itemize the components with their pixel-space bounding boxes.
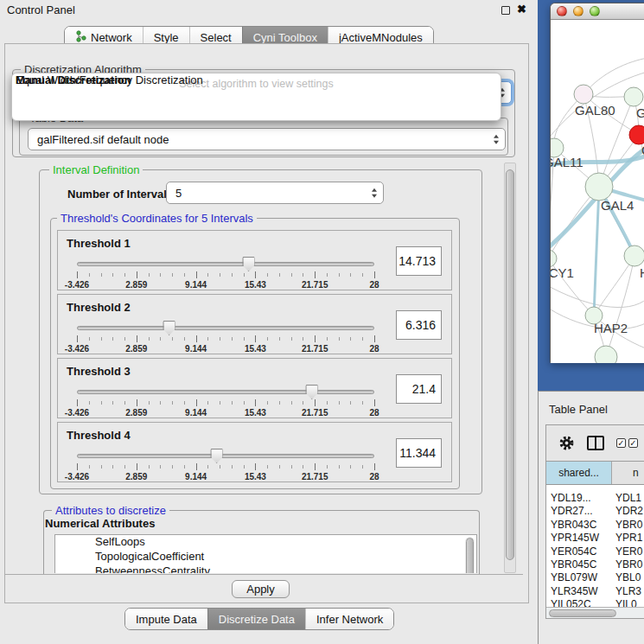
threshold-label: Threshold 2 (67, 301, 131, 314)
attribute-list-item[interactable]: TopologicalCoefficient (55, 550, 476, 564)
cell-name[interactable]: YDR2 (612, 505, 644, 518)
tab-bottom[interactable]: Impute Data (125, 609, 207, 629)
slider-tick-labels: -3.4262.8599.14415.4321.71528 (77, 408, 374, 418)
cell-name[interactable]: YBL0 (612, 571, 644, 584)
network-node[interactable] (551, 250, 557, 267)
threshold-slider[interactable]: -3.4262.8599.14415.4321.71528 (77, 319, 374, 354)
network-view-window[interactable]: GAL80GACGAL11GAL4GCY1HAHAP2 (550, 3, 644, 363)
slider-track[interactable] (77, 390, 374, 394)
scrollbar-thumb[interactable] (506, 169, 514, 560)
apply-button[interactable]: Apply (232, 580, 290, 598)
cell-shared-name[interactable]: YDR27... (546, 505, 612, 518)
number-of-intervals-combobox[interactable]: 5 (166, 182, 384, 204)
numerical-attributes-list[interactable]: SelfLoops TopologicalCoefficient Between… (54, 534, 477, 573)
threshold-value-field[interactable]: 21.4 (396, 374, 442, 404)
cell-name[interactable]: YIL0 (612, 598, 644, 607)
slider-ticks (77, 463, 374, 471)
float-window-icon[interactable] (501, 6, 510, 15)
column-header-name[interactable]: n (612, 462, 644, 484)
network-window-titlebar[interactable] (551, 3, 644, 20)
column-visibility-icon[interactable]: ✓ ✓ (616, 438, 638, 448)
attributes-list-scrollbar[interactable] (465, 537, 475, 573)
tab-bottom[interactable]: Infer Network (305, 609, 393, 629)
table-toolbar: ✓ ✓ (546, 425, 644, 460)
cell-shared-name[interactable]: YDL19... (546, 492, 612, 505)
threshold-slider[interactable]: -3.4262.8599.14415.4321.71528 (77, 255, 374, 290)
network-node[interactable] (574, 85, 593, 104)
network-node[interactable] (624, 87, 643, 106)
cell-shared-name[interactable]: YLR345W (546, 585, 612, 598)
cell-shared-name[interactable]: YER054C (546, 545, 612, 558)
network-highlighted-edges (551, 146, 644, 316)
table-panel-window: Table Panel ✓ ✓ shared... n YDL19.. (538, 391, 644, 644)
table-row[interactable]: YLR345W YLR3 (546, 585, 644, 598)
cell-name[interactable]: YBR0 (612, 519, 644, 532)
table-horizontal-scrollbar[interactable] (546, 607, 644, 618)
close-traffic-light-icon[interactable] (557, 6, 567, 16)
close-icon[interactable]: ✖ (517, 3, 526, 16)
network-canvas[interactable]: GAL80GACGAL11GAL4GCY1HAHAP2 (551, 20, 644, 363)
threshold-value-field[interactable]: 6.316 (396, 310, 442, 340)
table-row[interactable]: YBR045C YBR0 (546, 558, 644, 571)
cell-shared-name[interactable]: YPR145W (546, 532, 612, 545)
node-table[interactable]: shared... n YDL19... YDL1 YDR27... YDR2 (546, 461, 644, 618)
cell-name[interactable]: YLR3 (612, 585, 644, 598)
tab-bottom[interactable]: Discretize Data (207, 609, 305, 629)
slider-track[interactable] (77, 262, 374, 266)
slider-thumb[interactable] (305, 385, 318, 399)
cell-name[interactable]: YER0 (612, 545, 644, 558)
column-header-shared-name[interactable]: shared... (546, 462, 612, 484)
tab-label: Infer Network (316, 613, 383, 626)
table-row[interactable]: YBL079W YBL0 (546, 571, 644, 584)
cell-name[interactable]: YPR1 (612, 532, 644, 545)
control-panel: Control Panel ✖ Network (0, 0, 538, 644)
table-data-combobox[interactable]: galFiltered.sif default node (28, 128, 506, 150)
slider-thumb[interactable] (163, 321, 175, 335)
columns-icon[interactable] (587, 436, 604, 450)
cell-name[interactable]: YBR0 (612, 558, 644, 571)
attribute-list-item[interactable]: BetweennessCentrality (55, 564, 476, 573)
scrollbar-thumb[interactable] (549, 609, 616, 617)
cell-shared-name[interactable]: YIL052C (546, 598, 612, 607)
threshold-slider[interactable]: -3.4262.8599.14415.4321.71528 (77, 383, 374, 418)
table-row[interactable]: YER054C YER0 (546, 545, 644, 558)
cell-shared-name[interactable]: YBL079W (546, 571, 612, 584)
network-node[interactable] (629, 125, 644, 144)
scrollbar-thumb[interactable] (466, 538, 474, 573)
attributes-group-title: Attributes to discretize (52, 504, 169, 517)
table-row[interactable]: YBR043C YBR0 (546, 519, 644, 532)
table-row[interactable]: YDR27... YDR2 (546, 505, 644, 518)
combo-stepper-icon (372, 188, 377, 198)
slider-thumb[interactable] (242, 257, 255, 271)
cell-shared-name[interactable]: YBR045C (546, 558, 612, 571)
table-row[interactable]: YIL052C YIL0 (546, 598, 644, 607)
cyni-bottom-tabs: Impute Data Discretize Data Infer Networ… (124, 608, 394, 630)
cell-shared-name[interactable]: YBR043C (546, 519, 612, 532)
slider-thumb[interactable] (210, 449, 223, 463)
threshold-slider[interactable]: -3.4262.8599.14415.4321.71528 (77, 447, 374, 481)
threshold-value-field[interactable]: 14.713 (396, 246, 442, 276)
table-rows[interactable]: YDL19... YDL1 YDR27... YDR2 YBR043C YBR0 (546, 486, 644, 607)
network-node[interactable] (585, 173, 613, 201)
apply-button-label: Apply (246, 583, 275, 596)
table-browser-panel: ✓ ✓ shared... n YDL19... YDL1 YDR27... (545, 424, 644, 619)
main-vertical-scrollbar[interactable] (504, 163, 516, 573)
threshold-value-field[interactable]: 11.344 (396, 438, 442, 468)
slider-tick-labels: -3.4262.8599.14415.4321.71528 (77, 280, 374, 290)
slider-track[interactable] (77, 454, 374, 458)
gear-icon[interactable] (558, 435, 575, 451)
cell-name[interactable]: YDL1 (612, 492, 644, 505)
network-node[interactable] (595, 346, 617, 363)
checkbox-icon: ✓ (616, 438, 626, 448)
table-data-selected-value: galFiltered.sif default node (37, 133, 169, 146)
attribute-list-item[interactable]: SelfLoops (55, 535, 476, 550)
algorithm-popup-item[interactable]: Equal Width/Frequency Discretization (16, 73, 203, 86)
zoom-traffic-light-icon[interactable] (590, 6, 600, 16)
tab-label: Impute Data (136, 613, 197, 626)
slider-track[interactable] (77, 326, 374, 330)
table-row[interactable]: YPR145W YPR1 (546, 532, 644, 545)
network-icon (75, 30, 86, 45)
table-row[interactable]: YDL19... YDL1 (546, 492, 644, 505)
minimize-traffic-light-icon[interactable] (573, 6, 583, 16)
network-node[interactable] (624, 245, 644, 266)
